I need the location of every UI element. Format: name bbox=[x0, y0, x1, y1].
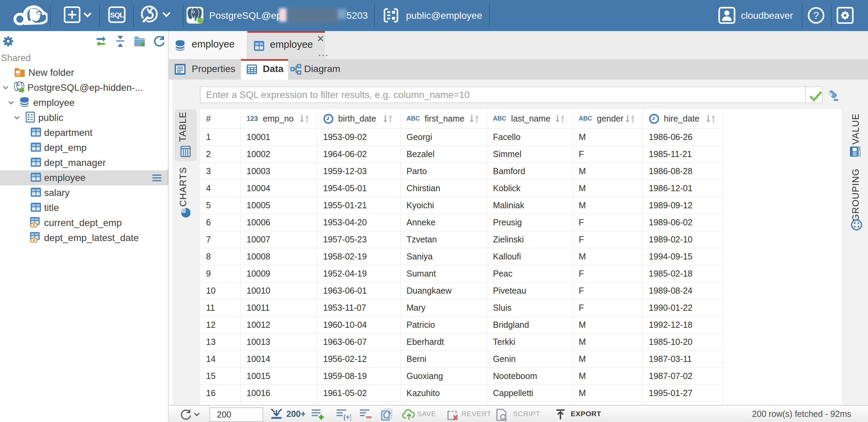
svg-text:?: ? bbox=[813, 10, 819, 21]
svg-text:(+): (+) bbox=[343, 413, 351, 421]
svg-text:SQL: SQL bbox=[110, 11, 124, 19]
